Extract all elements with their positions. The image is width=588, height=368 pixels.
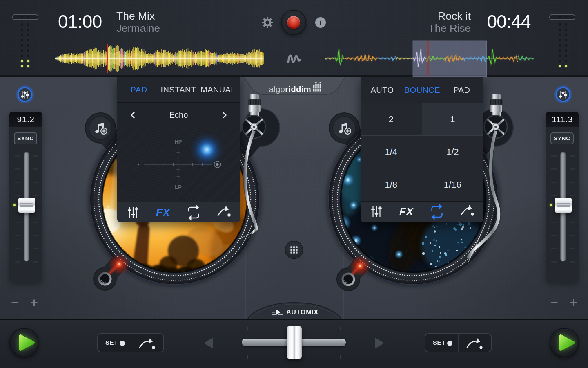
svg-text:algoriddim: algoriddim xyxy=(269,84,311,94)
svg-text:HP: HP xyxy=(174,139,182,145)
svg-text:FX: FX xyxy=(399,206,414,218)
svg-text:LP: LP xyxy=(175,184,182,190)
svg-text:FX: FX xyxy=(156,206,171,219)
